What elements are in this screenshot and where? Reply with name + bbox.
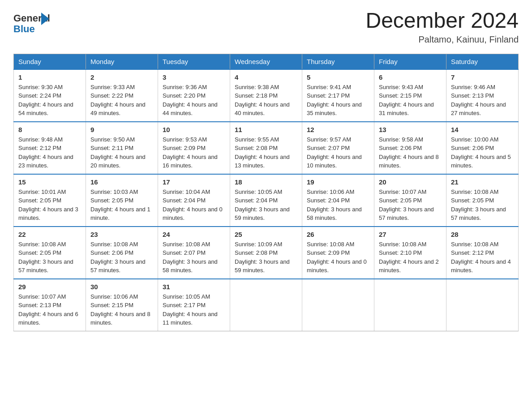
day-number: 23	[90, 231, 153, 238]
day-cell-14: 14 Sunrise: 10:00 AMSunset: 2:06 PMDayli…	[446, 122, 519, 174]
day-number: 1	[18, 73, 81, 81]
col-header-saturday: Saturday	[446, 54, 519, 69]
day-number: 11	[235, 126, 297, 133]
day-cell-24: 24 Sunrise: 10:08 AMSunset: 2:07 PMDayli…	[158, 227, 230, 279]
day-number: 29	[18, 283, 81, 291]
logo-icon: General Blue	[13, 9, 54, 36]
day-cell-31: 31 Sunrise: 10:05 AMSunset: 2:17 PMDayli…	[158, 279, 230, 331]
day-number: 18	[235, 178, 297, 186]
day-number: 13	[379, 126, 442, 133]
day-number: 21	[451, 178, 514, 186]
day-cell-26: 26 Sunrise: 10:08 AMSunset: 2:09 PMDayli…	[302, 227, 374, 279]
day-cell-18: 18 Sunrise: 10:05 AMSunset: 2:04 PMDayli…	[230, 174, 302, 227]
day-number: 16	[90, 178, 153, 186]
day-info: Sunrise: 10:09 AMSunset: 2:08 PMDaylight…	[235, 240, 297, 275]
day-cell-23: 23 Sunrise: 10:08 AMSunset: 2:06 PMDayli…	[86, 227, 158, 279]
day-cell-2: 2 Sunrise: 9:33 AMSunset: 2:22 PMDayligh…	[86, 69, 158, 122]
day-number: 24	[163, 231, 225, 238]
day-info: Sunrise: 10:08 AMSunset: 2:05 PMDaylight…	[18, 240, 81, 275]
day-number: 12	[307, 126, 369, 133]
col-header-wednesday: Wednesday	[230, 54, 302, 69]
day-number: 9	[90, 126, 153, 133]
empty-cell	[374, 279, 446, 331]
day-number: 30	[90, 283, 153, 291]
day-info: Sunrise: 9:33 AMSunset: 2:22 PMDaylight:…	[90, 83, 153, 118]
week-row-1: 1 Sunrise: 9:30 AMSunset: 2:24 PMDayligh…	[14, 69, 519, 122]
day-cell-27: 27 Sunrise: 10:08 AMSunset: 2:10 PMDayli…	[374, 227, 446, 279]
day-cell-13: 13 Sunrise: 9:58 AMSunset: 2:06 PMDaylig…	[374, 122, 446, 174]
day-number: 27	[379, 231, 442, 238]
day-number: 26	[307, 231, 369, 238]
day-info: Sunrise: 9:53 AMSunset: 2:09 PMDaylight:…	[163, 135, 225, 170]
empty-cell	[230, 279, 302, 331]
day-number: 8	[18, 126, 81, 133]
day-info: Sunrise: 10:07 AMSunset: 2:13 PMDaylight…	[18, 292, 81, 327]
day-cell-5: 5 Sunrise: 9:41 AMSunset: 2:17 PMDayligh…	[302, 69, 374, 122]
day-number: 17	[163, 178, 225, 186]
day-cell-10: 10 Sunrise: 9:53 AMSunset: 2:09 PMDaylig…	[158, 122, 230, 174]
week-row-2: 8 Sunrise: 9:48 AMSunset: 2:12 PMDayligh…	[14, 122, 519, 174]
day-number: 4	[235, 73, 297, 81]
day-cell-3: 3 Sunrise: 9:36 AMSunset: 2:20 PMDayligh…	[158, 69, 230, 122]
day-info: Sunrise: 9:43 AMSunset: 2:15 PMDaylight:…	[379, 83, 442, 118]
logo: General Blue	[13, 9, 54, 36]
week-row-4: 22 Sunrise: 10:08 AMSunset: 2:05 PMDayli…	[14, 227, 519, 279]
svg-text:Blue: Blue	[13, 23, 35, 34]
day-cell-17: 17 Sunrise: 10:04 AMSunset: 2:04 PMDayli…	[158, 174, 230, 227]
title-section: December 2024 Paltamo, Kainuu, Finland	[365, 9, 519, 45]
day-number: 3	[163, 73, 225, 81]
location-title: Paltamo, Kainuu, Finland	[365, 34, 519, 45]
col-header-monday: Monday	[86, 54, 158, 69]
day-info: Sunrise: 10:08 AMSunset: 2:07 PMDaylight…	[163, 240, 225, 275]
day-cell-20: 20 Sunrise: 10:07 AMSunset: 2:05 PMDayli…	[374, 174, 446, 227]
week-row-3: 15 Sunrise: 10:01 AMSunset: 2:05 PMDayli…	[14, 174, 519, 227]
day-cell-11: 11 Sunrise: 9:55 AMSunset: 2:08 PMDaylig…	[230, 122, 302, 174]
day-info: Sunrise: 9:46 AMSunset: 2:13 PMDaylight:…	[451, 83, 514, 118]
day-cell-19: 19 Sunrise: 10:06 AMSunset: 2:04 PMDayli…	[302, 174, 374, 227]
day-info: Sunrise: 10:04 AMSunset: 2:04 PMDaylight…	[163, 188, 225, 223]
day-info: Sunrise: 10:08 AMSunset: 2:06 PMDaylight…	[90, 240, 153, 275]
day-number: 14	[451, 126, 514, 133]
day-info: Sunrise: 10:08 AMSunset: 2:10 PMDaylight…	[379, 240, 442, 275]
day-cell-28: 28 Sunrise: 10:08 AMSunset: 2:12 PMDayli…	[446, 227, 519, 279]
day-info: Sunrise: 10:08 AMSunset: 2:05 PMDaylight…	[451, 188, 514, 223]
day-cell-16: 16 Sunrise: 10:03 AMSunset: 2:05 PMDayli…	[86, 174, 158, 227]
day-info: Sunrise: 9:30 AMSunset: 2:24 PMDaylight:…	[18, 83, 81, 118]
day-cell-30: 30 Sunrise: 10:06 AMSunset: 2:15 PMDayli…	[86, 279, 158, 331]
day-number: 22	[18, 231, 81, 238]
day-number: 6	[379, 73, 442, 81]
day-info: Sunrise: 9:50 AMSunset: 2:11 PMDaylight:…	[90, 135, 153, 170]
day-info: Sunrise: 10:03 AMSunset: 2:05 PMDaylight…	[90, 188, 153, 223]
day-info: Sunrise: 9:58 AMSunset: 2:06 PMDaylight:…	[379, 135, 442, 170]
day-number: 25	[235, 231, 297, 238]
day-number: 31	[163, 283, 225, 291]
day-cell-12: 12 Sunrise: 9:57 AMSunset: 2:07 PMDaylig…	[302, 122, 374, 174]
page-header: General Blue December 2024 Paltamo, Kain…	[13, 9, 519, 45]
col-header-sunday: Sunday	[14, 54, 86, 69]
col-header-tuesday: Tuesday	[158, 54, 230, 69]
day-info: Sunrise: 9:41 AMSunset: 2:17 PMDaylight:…	[307, 83, 369, 118]
day-info: Sunrise: 9:55 AMSunset: 2:08 PMDaylight:…	[235, 135, 297, 170]
day-number: 15	[18, 178, 81, 186]
day-info: Sunrise: 10:05 AMSunset: 2:04 PMDaylight…	[235, 188, 297, 223]
day-cell-4: 4 Sunrise: 9:38 AMSunset: 2:18 PMDayligh…	[230, 69, 302, 122]
day-info: Sunrise: 9:48 AMSunset: 2:12 PMDaylight:…	[18, 135, 81, 170]
day-cell-9: 9 Sunrise: 9:50 AMSunset: 2:11 PMDayligh…	[86, 122, 158, 174]
day-number: 7	[451, 73, 514, 81]
day-cell-8: 8 Sunrise: 9:48 AMSunset: 2:12 PMDayligh…	[14, 122, 86, 174]
day-number: 10	[163, 126, 225, 133]
day-info: Sunrise: 10:08 AMSunset: 2:12 PMDaylight…	[451, 240, 514, 275]
day-cell-7: 7 Sunrise: 9:46 AMSunset: 2:13 PMDayligh…	[446, 69, 519, 122]
day-cell-25: 25 Sunrise: 10:09 AMSunset: 2:08 PMDayli…	[230, 227, 302, 279]
day-info: Sunrise: 10:07 AMSunset: 2:05 PMDaylight…	[379, 188, 442, 223]
day-cell-6: 6 Sunrise: 9:43 AMSunset: 2:15 PMDayligh…	[374, 69, 446, 122]
day-cell-15: 15 Sunrise: 10:01 AMSunset: 2:05 PMDayli…	[14, 174, 86, 227]
day-info: Sunrise: 9:57 AMSunset: 2:07 PMDaylight:…	[307, 135, 369, 170]
day-info: Sunrise: 10:05 AMSunset: 2:17 PMDaylight…	[163, 292, 225, 327]
day-info: Sunrise: 9:38 AMSunset: 2:18 PMDaylight:…	[235, 83, 297, 118]
week-row-5: 29 Sunrise: 10:07 AMSunset: 2:13 PMDayli…	[14, 279, 519, 331]
day-number: 5	[307, 73, 369, 81]
day-info: Sunrise: 10:01 AMSunset: 2:05 PMDaylight…	[18, 188, 81, 223]
day-number: 28	[451, 231, 514, 238]
day-info: Sunrise: 10:06 AMSunset: 2:15 PMDaylight…	[90, 292, 153, 327]
